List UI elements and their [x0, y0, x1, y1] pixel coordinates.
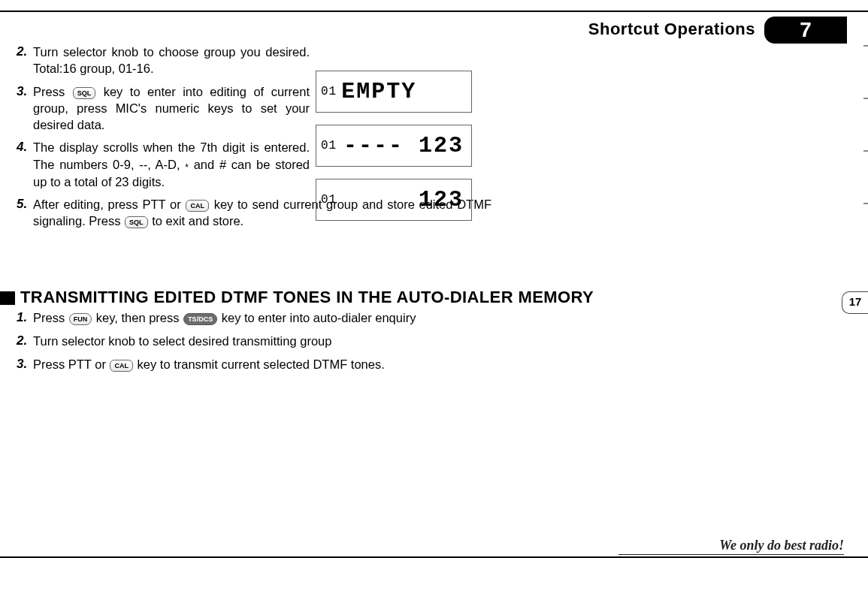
footer-tagline: We only do best radio! — [719, 538, 844, 553]
lcd-value: ---- 123 — [341, 133, 464, 158]
step-number: 3. — [17, 356, 33, 373]
step-text: Press PTT or CAL key to transmit current… — [33, 356, 498, 372]
list-item: 3. Press PTT or CAL key to transmit curr… — [17, 356, 498, 373]
step-text: Press SQL key to enter into editing of c… — [33, 83, 310, 134]
bottom-rule — [0, 556, 868, 558]
page-number-tab: 17 — [842, 291, 868, 314]
edge-tabs — [863, 45, 868, 255]
step-text: Press FUN key, then press TS/DCS key to … — [33, 309, 491, 326]
tagline-underline — [618, 554, 844, 556]
sql-key-icon: SQL — [73, 87, 96, 99]
sql-key-icon: SQL — [125, 216, 148, 228]
step-number: 4. — [17, 139, 33, 156]
section-marker — [0, 291, 15, 305]
lcd-channel: 01 — [321, 85, 337, 98]
lcd-value: EMPTY — [341, 79, 464, 104]
step-text: Turn selector knob to choose group you d… — [33, 44, 310, 77]
instruction-list-b: 1. Press FUN key, then press TS/DCS key … — [17, 309, 498, 379]
lcd-panel: 01 EMPTY — [316, 71, 472, 113]
lcd-examples: 01 EMPTY 01 ---- 123 01 123 — [316, 71, 472, 233]
page-title: Shortcut Operations — [588, 20, 755, 39]
lcd-panel: 01 ---- 123 — [316, 125, 472, 167]
cal-key-icon: CAL — [186, 200, 209, 212]
step-text: The display scrolls when the 7th digit i… — [33, 139, 310, 190]
step-number: 2. — [17, 44, 33, 61]
step-number: 5. — [17, 196, 33, 213]
list-item: 2. Turn selector knob to select desired … — [17, 333, 498, 350]
chapter-tab: 7 — [764, 17, 847, 44]
fun-key-icon: FUN — [69, 313, 92, 325]
lcd-channel: 01 — [321, 139, 337, 152]
step-number: 1. — [17, 309, 33, 327]
manual-page: Shortcut Operations 7 2. Turn selector k… — [0, 0, 868, 591]
lcd-panel: 01 123 — [316, 179, 472, 221]
step-number: 3. — [17, 83, 33, 101]
lcd-value: 123 — [341, 187, 464, 213]
top-rule — [0, 11, 868, 12]
step-number: 2. — [17, 333, 33, 350]
cal-key-icon: CAL — [110, 360, 133, 372]
lcd-channel: 01 — [321, 193, 337, 207]
list-item: 1. Press FUN key, then press TS/DCS key … — [17, 309, 498, 327]
tsdcs-key-icon: TS/DCS — [183, 313, 217, 325]
step-text: Turn selector knob to select desired tra… — [33, 333, 498, 349]
section-heading: TRANSMITTING EDITED DTMF TONES IN THE AU… — [20, 288, 594, 307]
